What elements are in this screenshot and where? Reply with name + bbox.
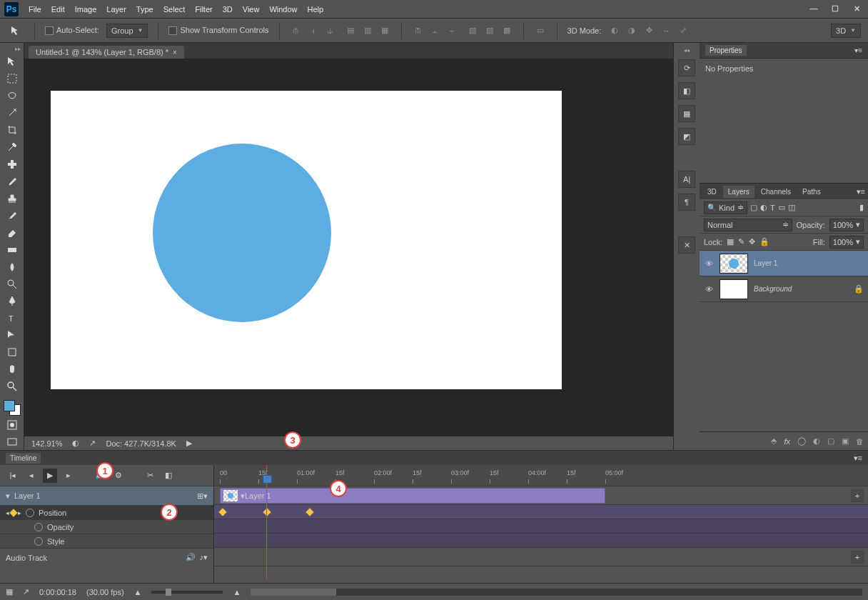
maximize-button[interactable]: ☐	[828, 4, 842, 14]
menu-edit[interactable]: Edit	[51, 5, 65, 14]
dock-tools-icon[interactable]: ✕	[678, 236, 695, 254]
auto-select-dropdown[interactable]: Group▼	[106, 24, 148, 38]
move-tool[interactable]	[4, 54, 21, 69]
settings-button[interactable]: ⚙	[111, 469, 126, 483]
timeline-scrollbar[interactable]	[251, 589, 862, 596]
dock-history-icon[interactable]: ⟳	[678, 59, 695, 76]
tab-paths[interactable]: Paths	[797, 186, 826, 198]
timeline-clip-track[interactable]: ▾ Layer 1 +	[214, 486, 868, 505]
tab-channels[interactable]: Channels	[756, 186, 796, 198]
filter-smart-icon[interactable]: ◫	[788, 203, 795, 212]
visibility-icon[interactable]: 👁	[704, 285, 714, 294]
layer-name[interactable]: Layer 1	[754, 259, 777, 267]
3d-pan-icon[interactable]: ✥	[642, 24, 655, 37]
screen-mode-tool[interactable]	[4, 434, 21, 450]
heal-tool[interactable]	[4, 156, 21, 172]
new-layer-icon[interactable]: ▣	[842, 436, 849, 446]
audio-track-row[interactable]: +	[214, 548, 868, 566]
tab-3d[interactable]: 3D	[702, 186, 722, 198]
quickmask-tool[interactable]	[4, 417, 21, 433]
align-left-icon[interactable]: ▤	[344, 24, 357, 37]
align-top-icon[interactable]: ⫛	[290, 24, 303, 37]
align-bottom-icon[interactable]: ⫝	[324, 24, 337, 37]
zoom-tool[interactable]	[4, 379, 21, 394]
lock-pixels-icon[interactable]: ✎	[738, 237, 745, 246]
tab-layers[interactable]: Layers	[723, 186, 755, 198]
lasso-tool[interactable]	[4, 88, 21, 104]
next-frame-button[interactable]: ▸	[61, 469, 76, 483]
layer-thumbnail[interactable]	[720, 279, 748, 299]
render-icon[interactable]: ↗	[23, 587, 29, 596]
foreground-color[interactable]	[4, 400, 15, 411]
add-audio-button[interactable]: +	[851, 551, 864, 564]
canvas[interactable]	[51, 91, 562, 389]
fx-icon[interactable]: fx	[784, 437, 790, 446]
minimize-button[interactable]: —	[807, 4, 821, 14]
timeline-prop-opacity[interactable]: Opacity	[0, 519, 213, 534]
eyedropper-tool[interactable]	[4, 139, 21, 155]
mask-icon[interactable]: ◯	[797, 436, 806, 446]
distribute-right-icon[interactable]: ▩	[500, 24, 513, 37]
dock-swatches-icon[interactable]: ▦	[678, 105, 695, 122]
timecode[interactable]: 0:00:00:18	[39, 588, 76, 596]
type-tool[interactable]: T	[4, 310, 21, 326]
menu-filter[interactable]: Filter	[195, 5, 212, 14]
dodge-tool[interactable]	[4, 276, 21, 292]
next-keyframe-icon[interactable]: ▸	[18, 509, 21, 516]
goto-first-frame-button[interactable]: |◂	[6, 469, 20, 483]
dock-color-icon[interactable]: ◧	[678, 82, 695, 99]
opacity-track[interactable]	[214, 519, 868, 534]
marquee-tool[interactable]	[4, 71, 21, 86]
style-track[interactable]	[214, 534, 868, 548]
timeline-audio-track[interactable]: Audio Track 🔊 ♪▾	[0, 548, 213, 566]
stopwatch-icon[interactable]	[34, 537, 43, 546]
export-icon[interactable]: ↗	[89, 439, 96, 448]
exposure-icon[interactable]: ◐	[72, 439, 79, 448]
align-right-icon[interactable]: ▦	[378, 24, 391, 37]
expand-dock-icon[interactable]: ◂◂	[684, 47, 690, 54]
dock-character-icon[interactable]: A|	[678, 171, 695, 188]
filter-type-icon[interactable]: T	[770, 204, 775, 212]
align-hcenter-icon[interactable]: ▥	[361, 24, 374, 37]
timeline-prop-style[interactable]: Style	[0, 534, 213, 548]
history-brush-tool[interactable]	[4, 208, 21, 224]
filter-pixel-icon[interactable]: ▢	[750, 203, 757, 212]
auto-select-checkbox[interactable]: Auto-Select:	[45, 26, 99, 35]
menu-view[interactable]: View	[243, 5, 260, 14]
timeline-ruler[interactable]: 00 15f 01:00f 15f 02:00f 15f 03:00f 15f …	[214, 465, 868, 486]
menu-window[interactable]: Window	[269, 5, 297, 14]
layer-thumbnail[interactable]	[720, 254, 748, 274]
align-vcenter-icon[interactable]: ⫞	[307, 24, 320, 37]
zoom-level[interactable]: 142.91%	[31, 439, 62, 448]
workspace-dropdown[interactable]: 3D▼	[831, 24, 861, 38]
path-select-tool[interactable]	[4, 327, 21, 343]
layer-kind-dropdown[interactable]: 🔍Kind≑	[704, 201, 747, 214]
position-track[interactable]	[214, 505, 868, 519]
filter-adjust-icon[interactable]: ◐	[760, 203, 767, 212]
pen-tool[interactable]	[4, 293, 21, 309]
audio-mute-icon[interactable]: 🔊	[186, 553, 196, 562]
transition-button[interactable]: ◧	[161, 469, 176, 483]
timeline-menu-icon[interactable]: ▾≡	[854, 454, 862, 463]
crop-tool[interactable]	[4, 122, 21, 138]
properties-menu-icon[interactable]: ▾≡	[854, 46, 862, 54]
scrollbar-thumb[interactable]	[251, 589, 336, 596]
keyframe[interactable]	[218, 508, 226, 516]
blend-mode-dropdown[interactable]: Normal≑	[704, 219, 792, 231]
lock-transparency-icon[interactable]: ▦	[727, 237, 734, 246]
trash-icon[interactable]: 🗑	[856, 437, 864, 446]
3d-slide-icon[interactable]: ↔	[660, 24, 672, 37]
keyframe-diamond-icon[interactable]	[9, 509, 17, 516]
keyframe[interactable]	[306, 508, 313, 516]
timeline-layer-header[interactable]: ▾ Layer 1 ⊞▾	[0, 486, 213, 505]
show-transform-checkbox[interactable]: Show Transform Controls	[168, 26, 268, 35]
layer-row[interactable]: 👁 Background 🔒	[700, 276, 868, 302]
3d-orbit-icon[interactable]: ◐	[608, 24, 621, 37]
canvas-container[interactable]	[24, 59, 673, 436]
split-button[interactable]: ✂	[143, 469, 157, 483]
menu-select[interactable]: Select	[163, 5, 186, 14]
document-tab[interactable]: Untitled-1 @ 143% (Layer 1, RGB/8) * ×	[29, 46, 184, 59]
menu-image[interactable]: Image	[75, 5, 97, 14]
prev-frame-button[interactable]: ◂	[24, 469, 39, 483]
link-layers-icon[interactable]: ⬘	[771, 436, 777, 446]
